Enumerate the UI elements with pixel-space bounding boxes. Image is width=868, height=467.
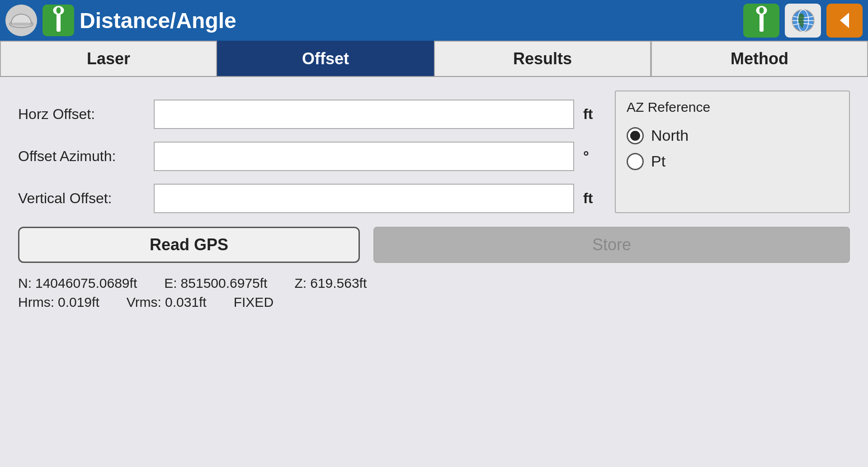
- hrms-status: Hrms: 0.019ft: [18, 295, 99, 310]
- offset-azimuth-unit: °: [583, 148, 601, 165]
- vrms-label: Vrms:: [127, 295, 161, 310]
- app-header: Distance/Angle: [0, 0, 868, 41]
- n-label: N:: [18, 276, 32, 291]
- hrms-label: Hrms:: [18, 295, 54, 310]
- form-area: Horz Offset: ft Offset Azimuth: ° Vertic…: [18, 91, 850, 213]
- tool-icon: [42, 5, 74, 36]
- fields-section: Horz Offset: ft Offset Azimuth: ° Vertic…: [18, 91, 601, 213]
- az-pt-option[interactable]: Pt: [627, 152, 838, 170]
- svg-point-7: [759, 7, 764, 14]
- z-status: Z: 619.563ft: [294, 276, 367, 291]
- svg-marker-11: [840, 13, 849, 28]
- az-north-label: North: [651, 127, 689, 144]
- buttons-row: Read GPS Store: [18, 227, 850, 263]
- horz-offset-label: Horz Offset:: [18, 106, 145, 123]
- az-north-radio[interactable]: [627, 127, 644, 144]
- read-gps-button[interactable]: Read GPS: [18, 227, 360, 263]
- vertical-offset-unit: ft: [583, 190, 601, 207]
- offset-azimuth-input[interactable]: [154, 142, 574, 171]
- fix-status: FIXED: [234, 295, 274, 310]
- offset-azimuth-row: Offset Azimuth: °: [18, 142, 601, 171]
- z-label: Z:: [294, 276, 307, 291]
- tab-results[interactable]: Results: [434, 41, 651, 76]
- offset-azimuth-label: Offset Azimuth:: [18, 148, 145, 165]
- svg-rect-1: [13, 23, 29, 25]
- n-status: N: 14046075.0689ft: [18, 276, 137, 291]
- az-north-option[interactable]: North: [627, 127, 838, 144]
- e-value: 851500.6975ft: [181, 276, 268, 291]
- e-label: E:: [164, 276, 177, 291]
- az-reference-box: AZ Reference North Pt: [615, 91, 850, 213]
- tool-button[interactable]: [743, 4, 779, 38]
- e-status: E: 851500.6975ft: [164, 276, 267, 291]
- vertical-offset-row: Vertical Offset: ft: [18, 184, 601, 213]
- horz-offset-input[interactable]: [154, 100, 574, 129]
- n-value: 14046075.0689ft: [35, 276, 137, 291]
- vertical-offset-input[interactable]: [154, 184, 574, 213]
- tab-laser[interactable]: Laser: [0, 41, 217, 76]
- fix-status-value: FIXED: [234, 295, 274, 310]
- tab-bar: Laser Offset Results Method: [0, 41, 868, 77]
- hrms-value: 0.019ft: [58, 295, 99, 310]
- horz-offset-unit: ft: [583, 106, 601, 123]
- status-row-1: N: 14046075.0689ft E: 851500.6975ft Z: 6…: [18, 276, 850, 291]
- status-row-2: Hrms: 0.019ft Vrms: 0.031ft FIXED: [18, 295, 850, 310]
- globe-button[interactable]: [785, 4, 821, 38]
- tab-method[interactable]: Method: [651, 41, 868, 76]
- status-bar: N: 14046075.0689ft E: 851500.6975ft Z: 6…: [18, 276, 850, 310]
- svg-point-4: [56, 7, 61, 14]
- app-logo: [5, 5, 37, 36]
- vertical-offset-label: Vertical Offset:: [18, 190, 145, 207]
- az-reference-title: AZ Reference: [627, 100, 838, 115]
- vrms-status: Vrms: 0.031ft: [127, 295, 207, 310]
- horz-offset-row: Horz Offset: ft: [18, 100, 601, 129]
- az-pt-radio[interactable]: [627, 153, 644, 170]
- app-title: Distance/Angle: [80, 8, 738, 33]
- store-button[interactable]: Store: [373, 227, 850, 263]
- tab-offset[interactable]: Offset: [217, 41, 434, 76]
- az-pt-label: Pt: [651, 152, 665, 170]
- z-value: 619.563ft: [310, 276, 367, 291]
- main-content: Horz Offset: ft Offset Azimuth: ° Vertic…: [0, 77, 868, 467]
- vrms-value: 0.031ft: [165, 295, 207, 310]
- back-button[interactable]: [826, 4, 863, 38]
